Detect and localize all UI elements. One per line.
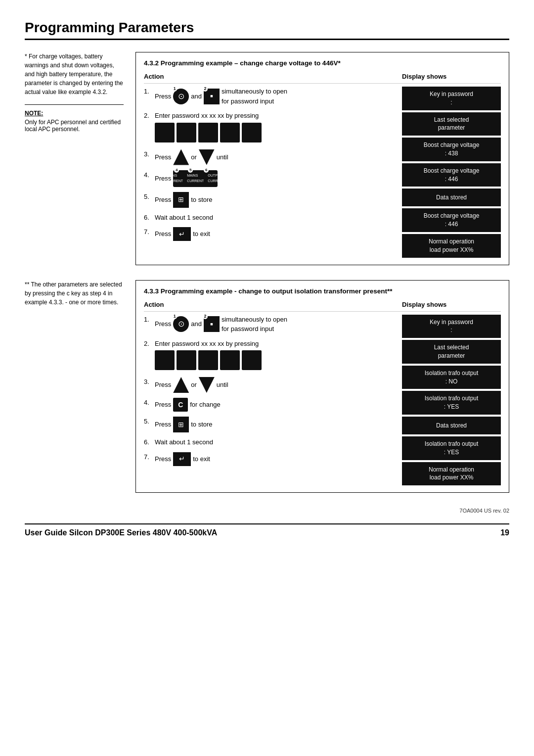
step-1-1-post: simultaneously to openfor password input — [222, 87, 287, 106]
btn-circle-2-1: 1 ⊙ — [173, 316, 189, 332]
step-num-1-5: 5. — [144, 192, 155, 202]
section-2-table: Action Display shows 1. Press 1 ⊙ — [144, 301, 501, 486]
section-1-heading: 4.3.2 Programming example – change charg… — [144, 59, 501, 67]
step-body-2-4: Press C for change — [155, 398, 402, 412]
step-2-4-post: for change — [190, 400, 220, 410]
step-body-1-4: Press 4 5 6 MAINSCURRENT MAINSCURRENT OU… — [155, 170, 402, 187]
step-2-1: 1. Press 1 ⊙ and 2 ▪ — [144, 315, 402, 334]
display-item-1-4: Boost charge voltage: 446 — [402, 163, 501, 187]
btn-grid-1: ⊞ — [173, 192, 189, 208]
section-1: * For charge voltages, battery warnings … — [25, 52, 509, 265]
section-1-display: Key in password: Last selectedparameter … — [402, 87, 501, 258]
col-display-header-2: Display shows — [402, 301, 501, 312]
multi-label-mains-cur: MAINSCURRENT — [166, 173, 183, 184]
step-1-1-press: Press — [155, 92, 171, 101]
step-list-2: 1. Press 1 ⊙ and 2 ▪ — [144, 315, 402, 466]
step-num-1-4: 4. — [144, 170, 155, 180]
section-2-steps: 1. Press 1 ⊙ and 2 ▪ — [144, 315, 402, 486]
circle-icon: ⊙ — [178, 91, 184, 102]
step-2-5-post: to store — [191, 420, 212, 429]
section-2: ** The other parameters are selected by … — [25, 280, 509, 493]
circle-icon-2: ⊙ — [178, 318, 184, 330]
step-1-3-or: or — [191, 152, 197, 162]
step-body-1-6: Wait about 1 second — [155, 213, 402, 223]
step-num-2-2: 2. — [144, 339, 155, 349]
step-body-2-3: Press or until — [155, 377, 402, 393]
step-num-1-7: 7. — [144, 227, 155, 237]
step-1-3-until: until — [217, 152, 228, 162]
section-2-display: Key in password: Last selectedparameter … — [402, 315, 501, 486]
btn-arrow-up-1 — [173, 149, 189, 165]
sidebar-1-note-sub: Only for APC personnel and certified loc… — [25, 119, 124, 133]
display-item-2-4: Isolation trafo output: YES — [402, 391, 501, 415]
sq-btn-3 — [198, 123, 218, 142]
superscript-2-1b: 2 — [203, 314, 208, 319]
step-2-3-press: Press — [155, 380, 171, 390]
step-num-2-1: 1. — [144, 315, 155, 325]
display-item-1-5: Data stored — [402, 189, 501, 206]
display-item-2-5: Data stored — [402, 417, 501, 434]
step-1-2: 2. Enter password xx xx xx by pressing — [144, 111, 402, 144]
step-list-1: 1. Press 1 ⊙ and 2 ▪ — [144, 87, 402, 241]
display-item-1-6: Boost charge voltage: 446 — [402, 208, 501, 232]
multi-row: MAINSCURRENT MAINSCURRENT OUTPUTCURRENT — [166, 173, 225, 184]
btn-arrow-down-1 — [199, 149, 215, 165]
step-num-1-1: 1. — [144, 87, 155, 96]
step-num-2-4: 4. — [144, 398, 155, 408]
btn-enter-2: ↵ — [173, 452, 191, 466]
step-1-5: 5. Press ⊞ to store — [144, 192, 402, 208]
superscript-2: 2 — [203, 87, 208, 92]
step-1-7-press: Press — [155, 229, 171, 239]
step-body-2-5: Press ⊞ to store — [155, 417, 402, 432]
step-num-1-2: 2. — [144, 111, 155, 121]
step-num-2-5: 5. — [144, 417, 155, 426]
sq-btn-1 — [155, 123, 175, 142]
multi-num-5: 5 — [188, 168, 193, 173]
sidebar-2-note: ** The other parameters are selected by … — [25, 280, 124, 307]
step-1-3: 3. Press or until — [144, 149, 402, 165]
sidebar-1: * For charge voltages, battery warnings … — [25, 52, 124, 265]
step-1-1-and: and — [191, 92, 202, 101]
sq-btn-2-1 — [155, 350, 175, 370]
step-num-2-6: 6. — [144, 437, 155, 447]
col-display-header-1: Display shows — [402, 73, 501, 84]
btn-circle-1-1: 1 ⊙ — [173, 89, 189, 104]
step-2-2-text: Enter password xx xx xx by pressing — [155, 339, 259, 349]
step-2-7-press: Press — [155, 454, 171, 464]
step-body-2-1: Press 1 ⊙ and 2 ▪ simultaneously to open… — [155, 315, 402, 334]
step-body-1-7: Press ↵ to exit — [155, 227, 402, 241]
display-item-1-1: Key in password: — [402, 87, 501, 110]
step-2-5: 5. Press ⊞ to store — [144, 417, 402, 432]
section-1-content: 4.3.2 Programming example – change charg… — [135, 52, 509, 265]
display-item-2-3: Isolation trafo output: NO — [402, 366, 501, 389]
step-2-4: 4. Press C for change — [144, 398, 402, 412]
title-divider — [25, 39, 509, 40]
step-2-3-until: until — [217, 380, 228, 390]
sq-btn-5 — [242, 123, 262, 142]
display-item-2-2: Last selectedparameter — [402, 340, 501, 364]
section-2-heading: 4.3.3 Programming example - change to ou… — [144, 287, 501, 295]
step-num-2-7: 7. — [144, 452, 155, 462]
col-action-header-2: Action — [144, 301, 402, 312]
step-2-2: 2. Enter password xx xx xx by pressing — [144, 339, 402, 373]
col-action-header-1: Action — [144, 73, 402, 84]
footer-page: 19 — [500, 528, 509, 537]
section-1-steps: 1. Press 1 ⊙ and 2 ▪ — [144, 87, 402, 258]
step-1-3-press: Press — [155, 152, 171, 162]
step-1-7: 7. Press ↵ to exit — [144, 227, 402, 241]
display-item-2-6: Isolation trafo output: YES — [402, 436, 501, 460]
step-1-6-text: Wait about 1 second — [155, 213, 213, 223]
sq-btn-4 — [220, 123, 240, 142]
multi-label-mains-cur2: MAINSCURRENT — [187, 173, 204, 184]
step-2-3-or: or — [191, 380, 197, 390]
section-1-table: Action Display shows 1. Press 1 ⊙ — [144, 73, 501, 258]
multi-label-output-cur: OUTPUTCURRENT — [208, 173, 224, 184]
step-1-2-text: Enter password xx xx xx by pressing — [155, 111, 259, 121]
step-1-5-post: to store — [191, 195, 212, 205]
page-title: Programming Parameters — [25, 20, 509, 36]
step-2-6: 6. Wait about 1 second — [144, 437, 402, 447]
step-1-6: 6. Wait about 1 second — [144, 213, 402, 223]
btn-rect-1-1: 2 ▪ — [204, 89, 220, 104]
step-body-1-5: Press ⊞ to store — [155, 192, 402, 208]
step-2-7-post: to exit — [193, 454, 210, 464]
